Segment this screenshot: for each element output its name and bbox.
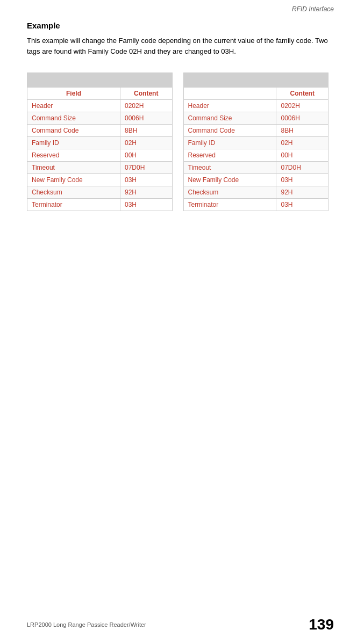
cell-field: Reserved: [183, 149, 276, 162]
cell-field: Header: [27, 100, 120, 112]
cell-content: 0202H: [120, 100, 172, 112]
cell-content: 00H: [120, 149, 172, 162]
right-table: Content Header0202HCommand Size0006HComm…: [183, 73, 329, 211]
table-row: Timeout07D0H: [183, 162, 328, 174]
cell-content: 92H: [276, 186, 328, 199]
table-row: Command Code8BH: [27, 125, 173, 137]
cell-field: Checksum: [27, 186, 120, 199]
cell-content: 07D0H: [276, 162, 328, 174]
cell-content: 03H: [276, 199, 328, 211]
cell-content: 03H: [120, 174, 172, 186]
right-table-header-spacer: [183, 73, 328, 88]
left-table-header-spacer: [27, 73, 173, 88]
table-row: Family ID02H: [183, 137, 328, 149]
cell-field: Header: [183, 100, 276, 112]
cell-field: Reserved: [27, 149, 120, 162]
cell-field: Command Size: [183, 112, 276, 125]
right-table-container: Content Header0202HCommand Size0006HComm…: [183, 73, 329, 211]
cell-field: Checksum: [183, 186, 276, 199]
left-table-container: Field Content Header0202HCommand Size000…: [27, 73, 173, 211]
cell-content: 03H: [120, 199, 172, 211]
left-table-col1-header: Field: [27, 88, 120, 100]
cell-field: Terminator: [27, 199, 120, 211]
cell-content: 0006H: [276, 112, 328, 125]
page-number: 139: [309, 616, 334, 633]
table-row: Checksum92H: [183, 186, 328, 199]
left-table: Field Content Header0202HCommand Size000…: [27, 73, 173, 211]
table-row: Command Size0006H: [183, 112, 328, 125]
right-table-col2-header: Content: [276, 88, 328, 100]
section-text: This example will change the Family code…: [27, 35, 328, 56]
table-row: Command Size0006H: [27, 112, 173, 125]
page-footer: LRP2000 Long Range Passice Reader/Writer…: [0, 616, 350, 633]
cell-content: 02H: [276, 137, 328, 149]
table-row: Command Code8BH: [183, 125, 328, 137]
cell-field: Timeout: [27, 162, 120, 174]
right-table-col1-header: [183, 88, 276, 100]
cell-field: New Family Code: [183, 174, 276, 186]
cell-content: 8BH: [120, 125, 172, 137]
footer-left-text: LRP2000 Long Range Passice Reader/Writer: [27, 621, 146, 628]
tables-wrapper: Field Content Header0202HCommand Size000…: [27, 73, 328, 211]
table-row: Terminator03H: [27, 199, 173, 211]
table-row: New Family Code03H: [183, 174, 328, 186]
table-row: Header0202H: [183, 100, 328, 112]
cell-content: 03H: [276, 174, 328, 186]
cell-content: 00H: [276, 149, 328, 162]
cell-field: Command Code: [183, 125, 276, 137]
table-row: Header0202H: [27, 100, 173, 112]
table-row: Reserved00H: [27, 149, 173, 162]
cell-content: 0006H: [120, 112, 172, 125]
table-row: Terminator03H: [183, 199, 328, 211]
cell-field: Terminator: [183, 199, 276, 211]
cell-content: 0202H: [276, 100, 328, 112]
table-row: Reserved00H: [183, 149, 328, 162]
cell-content: 92H: [120, 186, 172, 199]
section-title: Example: [27, 21, 328, 30]
table-row: New Family Code03H: [27, 174, 173, 186]
cell-content: 8BH: [276, 125, 328, 137]
table-row: Timeout07D0H: [27, 162, 173, 174]
cell-content: 02H: [120, 137, 172, 149]
cell-field: New Family Code: [27, 174, 120, 186]
cell-field: Family ID: [183, 137, 276, 149]
cell-field: Family ID: [27, 137, 120, 149]
cell-field: Timeout: [183, 162, 276, 174]
left-table-col2-header: Content: [120, 88, 172, 100]
page-header: RFID Interface: [0, 0, 350, 16]
cell-content: 07D0H: [120, 162, 172, 174]
table-row: Checksum92H: [27, 186, 173, 199]
table-row: Family ID02H: [27, 137, 173, 149]
cell-field: Command Size: [27, 112, 120, 125]
cell-field: Command Code: [27, 125, 120, 137]
